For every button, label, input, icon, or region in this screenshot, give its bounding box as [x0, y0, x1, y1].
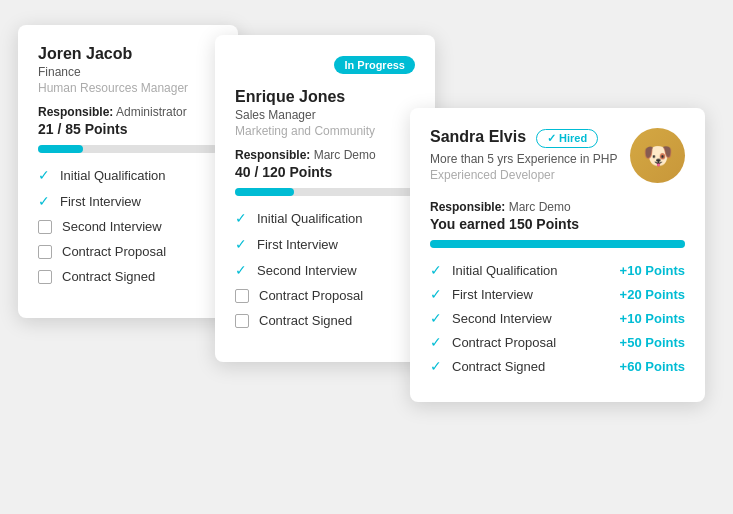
- checklist-label: Second Interview: [257, 263, 357, 278]
- card2-name: Enrique Jones: [235, 88, 415, 106]
- list-item: ✓Second Interview+10 Points: [430, 310, 685, 326]
- card2-role: Sales Manager: [235, 108, 415, 122]
- card3-avatar: 🐶: [630, 128, 685, 183]
- check-icon: ✓: [430, 286, 442, 302]
- card1-dept: Human Resources Manager: [38, 81, 218, 95]
- checklist-label: First Interview: [257, 237, 338, 252]
- check-icon: ✓: [38, 193, 50, 209]
- list-item: ✓First Interview+20 Points: [430, 286, 685, 302]
- check-icon: ✓: [430, 334, 442, 350]
- card1-progress-bg: [38, 145, 218, 153]
- check-icon: ✓: [430, 262, 442, 278]
- checklist-label: Contract Signed: [452, 359, 610, 374]
- card3-progress-bg: [430, 240, 685, 248]
- checklist-label: Contract Signed: [259, 313, 352, 328]
- list-item: Contract Proposal: [235, 288, 415, 303]
- card1-progress-fill: [38, 145, 83, 153]
- check-icon: [235, 314, 249, 328]
- card2-checklist: ✓Initial Qualification✓First Interview✓S…: [235, 210, 415, 328]
- list-item: Second Interview: [38, 219, 218, 234]
- card2-progress-fill: [235, 188, 294, 196]
- list-item: ✓Second Interview: [235, 262, 415, 278]
- card2-progress-bg: [235, 188, 415, 196]
- list-item: ✓Contract Proposal+50 Points: [430, 334, 685, 350]
- card-joren: Joren Jacob Finance Human Resources Mana…: [18, 25, 238, 318]
- card3-name: Sandra Elvis: [430, 128, 526, 146]
- list-item: ✓Initial Qualification+10 Points: [430, 262, 685, 278]
- card3-badge: ✓Hired: [536, 129, 598, 148]
- checklist-label: Second Interview: [452, 311, 610, 326]
- list-item: ✓First Interview: [235, 236, 415, 252]
- card3-role: More than 5 yrs Experience in PHP: [430, 152, 630, 166]
- card3-info: Sandra Elvis ✓Hired More than 5 yrs Expe…: [430, 128, 630, 192]
- checklist-label: Initial Qualification: [452, 263, 610, 278]
- list-item: ✓First Interview: [38, 193, 218, 209]
- points-value: +50 Points: [620, 335, 685, 350]
- card3-responsible: Responsible: Marc Demo: [430, 200, 685, 214]
- points-value: +60 Points: [620, 359, 685, 374]
- card2-dept: Marketing and Community: [235, 124, 415, 138]
- points-value: +10 Points: [620, 311, 685, 326]
- card2-badge: In Progress: [334, 56, 415, 74]
- list-item: ✓Initial Qualification: [235, 210, 415, 226]
- list-item: Contract Proposal: [38, 244, 218, 259]
- check-icon: ✓: [430, 310, 442, 326]
- card3-dept: Experienced Developer: [430, 168, 630, 182]
- card1-responsible: Responsible: Administrator: [38, 105, 218, 119]
- list-item: ✓Initial Qualification: [38, 167, 218, 183]
- check-icon: ✓: [235, 210, 247, 226]
- card1-name: Joren Jacob: [38, 45, 218, 63]
- checklist-label: Contract Signed: [62, 269, 155, 284]
- check-icon: [38, 270, 52, 284]
- card1-role: Finance: [38, 65, 218, 79]
- check-icon: ✓: [38, 167, 50, 183]
- checklist-label: Contract Proposal: [62, 244, 166, 259]
- check-icon: ✓: [235, 262, 247, 278]
- card-enrique: In Progress Enrique Jones Sales Manager …: [215, 35, 435, 362]
- check-icon: ✓: [430, 358, 442, 374]
- card-sandra: Sandra Elvis ✓Hired More than 5 yrs Expe…: [410, 108, 705, 402]
- points-value: +20 Points: [620, 287, 685, 302]
- check-icon: [38, 245, 52, 259]
- list-item: Contract Signed: [38, 269, 218, 284]
- card2-responsible: Responsible: Marc Demo: [235, 148, 415, 162]
- card2-points: 40 / 120 Points: [235, 164, 415, 180]
- card1-checklist: ✓Initial Qualification✓First InterviewSe…: [38, 167, 218, 284]
- checklist-label: Contract Proposal: [452, 335, 610, 350]
- card3-checklist: ✓Initial Qualification+10 Points✓First I…: [430, 262, 685, 374]
- checklist-label: First Interview: [452, 287, 610, 302]
- check-icon: [38, 220, 52, 234]
- checklist-label: Contract Proposal: [259, 288, 363, 303]
- list-item: Contract Signed: [235, 313, 415, 328]
- card3-header: Sandra Elvis ✓Hired More than 5 yrs Expe…: [430, 128, 685, 192]
- card1-points: 21 / 85 Points: [38, 121, 218, 137]
- card3-points: You earned 150 Points: [430, 216, 685, 232]
- checklist-label: Initial Qualification: [257, 211, 363, 226]
- card3-progress-fill: [430, 240, 685, 248]
- points-value: +10 Points: [620, 263, 685, 278]
- checklist-label: Initial Qualification: [60, 168, 166, 183]
- check-icon: [235, 289, 249, 303]
- check-icon: ✓: [235, 236, 247, 252]
- list-item: ✓Contract Signed+60 Points: [430, 358, 685, 374]
- checklist-label: First Interview: [60, 194, 141, 209]
- checklist-label: Second Interview: [62, 219, 162, 234]
